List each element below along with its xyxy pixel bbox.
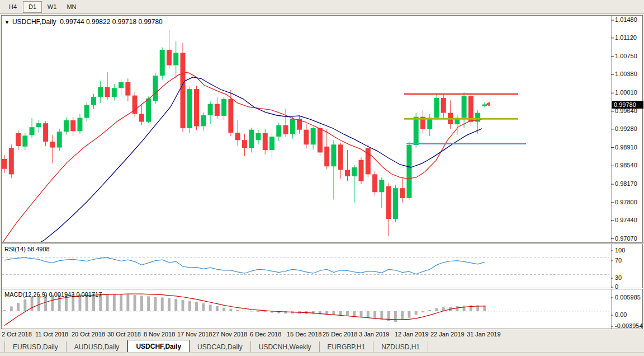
price-axis-label: 0.97070: [615, 235, 637, 242]
macd-histogram-bar: [10, 306, 13, 311]
macd-histogram-bar: [182, 300, 184, 311]
macd-histogram-bar: [346, 311, 349, 316]
chart-ohlc-values: 0.99744 0.99822 0.99718 0.99780: [60, 18, 163, 26]
macd-histogram-bar: [408, 311, 410, 318]
date-axis-label: 22 Jan 2019: [430, 331, 465, 338]
macd-axis-label: 0.00: [615, 311, 627, 318]
price-axis-label: 0.99280: [615, 125, 637, 132]
macd-histogram-bar: [229, 309, 232, 311]
candle: [167, 30, 172, 69]
candle: [173, 41, 178, 78]
candle: [112, 84, 117, 100]
candle: [77, 114, 82, 133]
macd-histogram-bar: [250, 311, 253, 311]
candle: [235, 120, 240, 146]
macd-histogram-bar: [463, 306, 466, 311]
candle: [98, 81, 103, 103]
candle: [194, 86, 199, 130]
candle: [221, 97, 226, 120]
date-axis-label: 2 Oct 2018: [2, 331, 32, 338]
macd-histogram-bar: [209, 305, 212, 311]
macd-histogram-bar: [195, 302, 198, 311]
candle: [359, 157, 364, 184]
candle: [352, 165, 357, 203]
price-axis-label: 0.97800: [615, 199, 637, 205]
macd-histogram-bar: [401, 311, 404, 320]
macd-histogram-bar: [236, 310, 239, 311]
date-scale[interactable]: 2 Oct 201811 Oct 201820 Oct 201830 Oct 2…: [0, 329, 644, 340]
chart-tab-eurgbp[interactable]: EURGBP,H1: [320, 341, 374, 352]
candle: [434, 93, 439, 120]
macd-histogram-bar: [380, 311, 383, 320]
rsi-line: [4, 257, 485, 274]
macd-histogram-bar: [147, 296, 150, 311]
chart-tab-nzdusd[interactable]: NZDUSD,H1: [373, 341, 428, 352]
rsi-axis-label: 100: [615, 247, 625, 254]
macd-histogram-bar: [428, 310, 431, 311]
candle: [372, 171, 377, 195]
candle: [311, 127, 316, 149]
chart-canvas[interactable]: [0, 0, 644, 356]
candle: [119, 79, 124, 95]
price-axis-label: 1.00750: [615, 53, 637, 59]
candle: [249, 128, 254, 152]
macd-histogram-bar: [415, 311, 418, 315]
macd-histogram-bar: [174, 299, 177, 311]
macd-histogram-bar: [394, 311, 397, 322]
candle: [324, 129, 329, 170]
macd-histogram-bar: [360, 311, 363, 317]
macd-histogram-bar: [140, 296, 143, 311]
price-axis-label: 0.98170: [615, 180, 637, 187]
chart-tab-bar: EURUSD,DailyAUDUSD,DailyUSDCHF,DailyUSDC…: [0, 340, 644, 352]
macd-axis-label: -0.003954: [615, 322, 643, 329]
candle: [208, 101, 213, 124]
candle: [379, 177, 384, 208]
date-axis-label: 17 Nov 2018: [177, 331, 212, 338]
date-axis-label: 6 Dec 2018: [250, 331, 281, 338]
candle: [290, 117, 295, 139]
price-axis-label: 0.98540: [615, 162, 637, 168]
chart-tab-audusd[interactable]: AUDUSD,Daily: [67, 341, 128, 352]
rsi-axis-label: 70: [615, 257, 622, 264]
candle: [462, 92, 467, 128]
date-axis-label: 30 Oct 2018: [107, 331, 141, 338]
macd-histogram-bar: [106, 294, 109, 311]
candle: [125, 78, 130, 102]
macd-histogram-bar: [257, 311, 259, 312]
macd-histogram-bar: [113, 294, 116, 311]
candle: [132, 92, 138, 116]
chart-tab-usdchf[interactable]: USDCHF,Daily: [127, 340, 190, 352]
price-axis-label: 0.98910: [615, 144, 637, 151]
candle: [406, 142, 411, 200]
chart-tab-eurusd[interactable]: EURUSD,Daily: [4, 341, 67, 352]
macd-signal-line: [4, 294, 485, 325]
macd-histogram-bar: [353, 311, 356, 317]
candle: [441, 94, 446, 118]
chart-tab-usdcad[interactable]: USDCAD,Daily: [190, 341, 251, 352]
candle: [22, 133, 27, 150]
chart-tab-usdcnh[interactable]: USDCNH,Weekly: [251, 341, 320, 352]
price-axis-label: 0.99640: [615, 107, 637, 114]
candle: [400, 177, 405, 203]
macd-histogram-bar: [134, 295, 136, 311]
macd-histogram-bar: [154, 297, 157, 311]
macd-indicator-label: MACD(12,26,9) 0.001943 0.001717: [4, 291, 102, 298]
candle: [9, 144, 14, 178]
macd-histogram-bar: [23, 299, 26, 311]
macd-histogram-bar: [31, 297, 34, 311]
candle: [84, 102, 89, 121]
macd-histogram-bar: [222, 308, 225, 311]
candle: [139, 105, 144, 125]
candle: [345, 150, 350, 181]
macd-axis-label: 0.005985: [615, 294, 641, 301]
candle: [201, 113, 206, 131]
candle: [160, 48, 165, 80]
candle: [283, 109, 288, 137]
macd-histogram-bar: [243, 311, 246, 311]
macd-histogram-bar: [367, 311, 370, 318]
candle: [70, 117, 75, 137]
candle: [187, 87, 192, 133]
candle: [269, 133, 274, 158]
caret-down-icon[interactable]: ▼: [4, 20, 10, 25]
candle: [57, 129, 62, 151]
